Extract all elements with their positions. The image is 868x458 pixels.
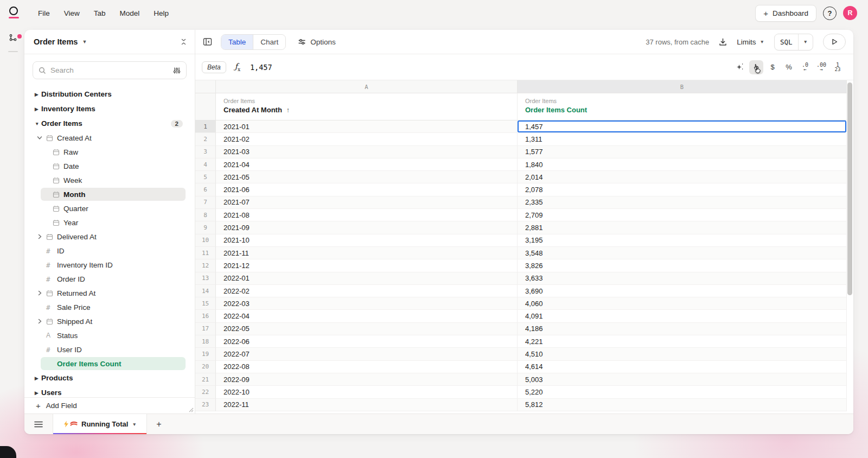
decrease-decimal-icon[interactable]: .0← [798, 60, 812, 74]
cell-month[interactable]: 2021-11 [216, 247, 518, 259]
field-tree-item-inventory-item-id[interactable]: #Inventory Item ID [24, 258, 195, 272]
cell-count[interactable]: 4,091 [518, 310, 847, 322]
field-tree-item-returned-at[interactable]: Returned At [24, 286, 195, 300]
menu-file[interactable]: File [33, 7, 55, 20]
row-number[interactable]: 22 [195, 386, 216, 398]
menu-tab[interactable]: Tab [89, 7, 111, 20]
row-number[interactable]: 5 [195, 171, 216, 183]
cell-month[interactable]: 2022-07 [216, 348, 518, 360]
cell-count[interactable]: 2,335 [518, 196, 847, 209]
menu-view[interactable]: View [59, 7, 85, 20]
sheet-tab-running-total[interactable]: Running Total ▼ [53, 414, 147, 434]
cell-count[interactable]: 3,633 [518, 272, 847, 285]
caret-right-icon[interactable]: ▶ [35, 92, 41, 97]
field-tree-item-week[interactable]: Week [24, 173, 195, 187]
cell-count[interactable]: 2,881 [518, 221, 847, 234]
download-icon[interactable] [719, 38, 727, 46]
row-number[interactable]: 10 [195, 234, 216, 247]
column-header-created-at-month[interactable]: Order Items Created At Month ↑ [216, 93, 518, 120]
field-tree-item-sale-price[interactable]: #Sale Price [24, 300, 195, 314]
cell-month[interactable]: 2022-11 [216, 399, 518, 411]
field-tree-item-order-id[interactable]: #Order ID [24, 272, 195, 286]
column-header-order-items-count[interactable]: Order Items Order Items Count [518, 93, 847, 120]
field-tree-item-id[interactable]: #ID [24, 244, 195, 258]
cell-count[interactable]: 2,014 [518, 171, 847, 183]
field-tree-item-quarter[interactable]: Quarter [24, 201, 195, 215]
hand-pointer-icon[interactable] [749, 60, 763, 74]
search-input[interactable] [50, 66, 173, 74]
cell-month[interactable]: 2021-09 [216, 221, 518, 234]
cell-month[interactable]: 2022-03 [216, 297, 518, 310]
tab-list-menu-icon[interactable] [24, 414, 53, 434]
cell-month[interactable]: 2022-06 [216, 335, 518, 348]
cell-count[interactable]: 5,812 [518, 399, 847, 411]
caret-down-icon[interactable]: ▼ [35, 121, 41, 126]
chevron-down-icon[interactable] [37, 135, 46, 141]
row-number[interactable]: 2 [195, 133, 216, 145]
cell-month[interactable]: 2022-05 [216, 323, 518, 335]
row-number[interactable]: 21 [195, 373, 216, 386]
row-number[interactable]: 12 [195, 259, 216, 272]
cell-count[interactable]: 5,003 [518, 373, 847, 386]
row-number[interactable]: 18 [195, 335, 216, 348]
cell-month[interactable]: 2021-10 [216, 234, 518, 247]
cell-count[interactable]: 4,060 [518, 297, 847, 310]
cell-month[interactable]: 2022-02 [216, 285, 518, 297]
column-letter-a[interactable]: A [216, 80, 518, 93]
cell-month[interactable]: 2021-12 [216, 259, 518, 272]
cell-month[interactable]: 2021-01 [216, 120, 518, 133]
field-tree-item-users[interactable]: ▶Users [24, 385, 195, 397]
cell-month[interactable]: 2021-07 [216, 196, 518, 209]
filter-sliders-icon[interactable] [173, 67, 181, 74]
row-number[interactable]: 17 [195, 323, 216, 335]
chevron-right-icon[interactable] [37, 319, 46, 324]
field-tree-item-date[interactable]: Date [24, 159, 195, 173]
cell-month[interactable]: 2021-06 [216, 183, 518, 196]
field-tree-item-month[interactable]: Month [24, 187, 195, 201]
add-dashboard-button[interactable]: + Dashboard [755, 5, 816, 22]
chevron-right-icon[interactable] [37, 234, 46, 239]
sql-label[interactable]: SQL [775, 34, 798, 50]
row-number[interactable]: 7 [195, 196, 216, 209]
formula-value[interactable]: 1,457 [250, 63, 272, 72]
tab-table[interactable]: Table [221, 35, 253, 49]
field-tree-item-order-items[interactable]: ▼Order Items2 [24, 116, 195, 131]
cell-count[interactable]: 1,577 [518, 146, 847, 158]
cell-month[interactable]: 2021-02 [216, 133, 518, 145]
cell-month[interactable]: 2022-08 [216, 361, 518, 373]
collapse-panel-icon[interactable] [180, 38, 187, 46]
row-number[interactable]: 23 [195, 399, 216, 411]
cell-month[interactable]: 2022-01 [216, 272, 518, 285]
row-number[interactable]: 4 [195, 158, 216, 171]
field-tree-item-created-at[interactable]: Created At [24, 131, 195, 145]
user-avatar[interactable]: R [843, 6, 857, 20]
row-number[interactable]: 1 [195, 120, 216, 133]
cell-count[interactable]: 4,614 [518, 361, 847, 373]
cell-count[interactable]: 5,220 [518, 386, 847, 398]
cell-month[interactable]: 2022-04 [216, 310, 518, 322]
menu-model[interactable]: Model [115, 7, 145, 20]
caret-right-icon[interactable]: ▶ [35, 376, 41, 381]
options-button[interactable]: Options [298, 38, 336, 46]
search-box[interactable] [33, 61, 187, 79]
toggle-sidebar-icon[interactable] [203, 37, 212, 46]
cell-count[interactable]: 3,195 [518, 234, 847, 247]
sparkles-icon[interactable] [733, 60, 747, 74]
caret-right-icon[interactable]: ▶ [35, 390, 41, 396]
row-number[interactable]: 19 [195, 348, 216, 360]
field-tree-item-user-id[interactable]: #User ID [24, 342, 195, 357]
cell-month[interactable]: 2021-03 [216, 146, 518, 158]
field-tree-item-inventory-items[interactable]: ▶Inventory Items [24, 101, 195, 116]
run-query-button[interactable] [823, 34, 846, 50]
cell-count[interactable]: 4,186 [518, 323, 847, 335]
help-button[interactable]: ? [823, 7, 837, 20]
cell-month[interactable]: 2021-04 [216, 158, 518, 171]
field-tree-item-year[interactable]: Year [24, 215, 195, 230]
vertical-scrollbar[interactable] [847, 82, 852, 295]
row-number[interactable]: 3 [195, 146, 216, 158]
cell-count[interactable]: 1,840 [518, 158, 847, 171]
chevron-right-icon[interactable] [37, 290, 46, 296]
cell-month[interactable]: 2021-08 [216, 209, 518, 221]
cell-count[interactable]: 3,826 [518, 259, 847, 272]
cell-count[interactable]: 1,457 [518, 120, 847, 133]
